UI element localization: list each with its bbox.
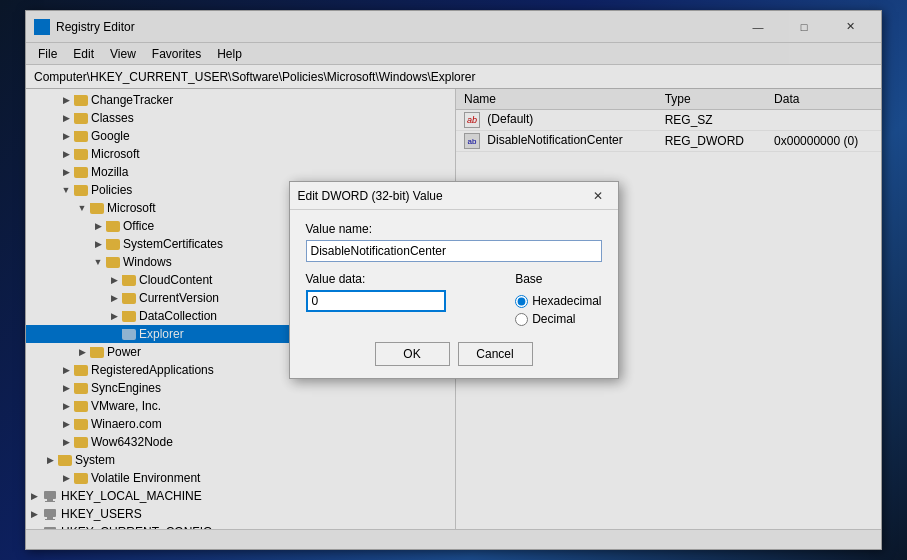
value-name-label: Value name: bbox=[306, 222, 602, 236]
dialog-row: Value data: Base Hexadecimal Decimal bbox=[306, 272, 602, 326]
hexadecimal-radio[interactable] bbox=[515, 295, 528, 308]
dialog-close-button[interactable]: ✕ bbox=[586, 184, 610, 208]
value-data-label: Value data: bbox=[306, 272, 504, 286]
hexadecimal-label: Hexadecimal bbox=[532, 294, 601, 308]
edit-dword-dialog: Edit DWORD (32-bit) Value ✕ Value name: … bbox=[289, 181, 619, 379]
hexadecimal-radio-label[interactable]: Hexadecimal bbox=[515, 294, 601, 308]
value-data-input[interactable] bbox=[306, 290, 446, 312]
registry-editor-window: Registry Editor — □ ✕ File Edit View Fav… bbox=[25, 10, 882, 550]
base-group: Base Hexadecimal Decimal bbox=[515, 272, 601, 326]
dialog-overlay: Edit DWORD (32-bit) Value ✕ Value name: … bbox=[26, 11, 881, 549]
decimal-label: Decimal bbox=[532, 312, 575, 326]
value-name-input[interactable] bbox=[306, 240, 602, 262]
cancel-button[interactable]: Cancel bbox=[458, 342, 533, 366]
dialog-body: Value name: Value data: Base Hexadecimal bbox=[290, 210, 618, 378]
value-data-wrap: Value data: bbox=[306, 272, 504, 312]
decimal-radio-label[interactable]: Decimal bbox=[515, 312, 601, 326]
ok-button[interactable]: OK bbox=[375, 342, 450, 366]
dialog-buttons: OK Cancel bbox=[306, 342, 602, 366]
dialog-title: Edit DWORD (32-bit) Value bbox=[298, 189, 586, 203]
decimal-radio[interactable] bbox=[515, 313, 528, 326]
dialog-title-bar: Edit DWORD (32-bit) Value ✕ bbox=[290, 182, 618, 210]
base-label: Base bbox=[515, 272, 601, 286]
